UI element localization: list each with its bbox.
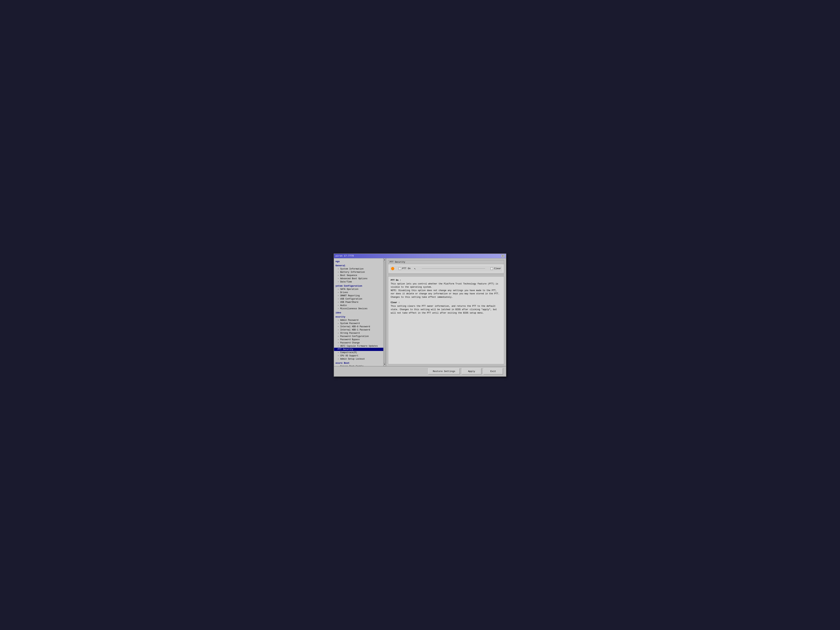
ptt-security-panel: PTT Security PTT On ↖ Clear (388, 260, 504, 273)
bios-body: ngs General – System Information – Batte… (334, 258, 506, 366)
sidebar-item-boot-sequence[interactable]: – Boot Sequence (334, 274, 383, 277)
title-bar: piron 17-7779 X (334, 254, 506, 258)
ptt-on-checkbox-item[interactable]: PTT On (399, 267, 411, 270)
sidebar-item-advanced-boot-options[interactable]: – Advanced Boot Options (334, 277, 383, 280)
sidebar-item-date-time[interactable]: – Date/Time (334, 280, 383, 284)
sidebar-item-miscellaneous-devices[interactable]: – Miscellaneous Devices (334, 307, 383, 310)
category-secure-boot: ecure Boot (334, 362, 383, 365)
ptt-options-row: PTT On ↖ Clear (390, 265, 502, 272)
close-button[interactable]: X (501, 254, 505, 257)
sidebar-item-battery-information[interactable]: – Battery Information (334, 271, 383, 274)
sidebar-item-password-configuration[interactable]: – Password Configuration (334, 335, 383, 338)
sidebar-item-system-password[interactable]: – System Password (334, 322, 383, 325)
sidebar-item-usb-configuration[interactable]: – USB Configuration (334, 297, 383, 301)
category-video: ideo (334, 311, 383, 314)
clear-label: Clear (494, 267, 501, 270)
sidebar-item-smart-reporting[interactable]: – SMART Reporting (334, 294, 383, 297)
sidebar-item-uefi-capsule[interactable]: – UEFI Capsule Firmware Updates (334, 344, 383, 348)
orange-indicator (391, 267, 394, 270)
divider (388, 275, 504, 275)
sidebar-item-drives[interactable]: – Drives (334, 291, 383, 294)
window-title: piron 17-7779 (335, 254, 354, 257)
sidebar-item-secure-boot-enable[interactable]: – Secure Boot Enable (334, 365, 383, 366)
ptt-on-heading: PTT On : (391, 279, 501, 282)
sidebar-item-internal-hdd-1-password[interactable]: – Internal HDD-1 Password (334, 328, 383, 332)
sidebar-item-ptt-security[interactable]: PTT Security (334, 348, 383, 351)
sidebar-item-audio[interactable]: – Audio (334, 304, 383, 307)
sidebar-item-internal-hdd-0-password[interactable]: – Internal HDD-0 Password (334, 325, 383, 328)
scroll-down-button[interactable]: ▼ (384, 363, 386, 366)
scroll-up-button[interactable]: ▲ (384, 258, 386, 262)
ptt-on-checkbox[interactable] (399, 267, 401, 270)
sidebar-item-password-change[interactable]: – Password Change (334, 341, 383, 344)
bios-window: piron 17-7779 X ngs General – System Inf… (334, 254, 506, 377)
category-security: ecurity (334, 315, 383, 319)
sidebar-list: ngs General – System Information – Batte… (334, 258, 383, 366)
cursor-icon: ↖ (414, 267, 417, 270)
panel-body: PTT On ↖ Clear (388, 264, 504, 273)
panel-title: PTT Security (388, 261, 504, 264)
category-system-configuration: ystem Configuration (334, 284, 383, 288)
main-content: PTT Security PTT On ↖ Clear (386, 258, 506, 366)
sidebar: ngs General – System Information – Batte… (334, 258, 386, 366)
ptt-on-description: This option lets you control whether the… (391, 282, 501, 299)
bottom-bar: Restore Settings Apply Exit (334, 366, 506, 376)
sidebar-item-sata-operation[interactable]: – SATA Operation (334, 288, 383, 291)
restore-settings-button[interactable]: Restore Settings (428, 368, 460, 374)
sidebar-inner: ngs General – System Information – Batte… (334, 258, 386, 366)
category-general: General (334, 264, 383, 267)
sidebar-item-usb-powershare[interactable]: – USB PowerShare (334, 301, 383, 304)
sidebar-scrollbar: ▲ ▼ (383, 258, 386, 366)
sidebar-item-admin-setup-lockout[interactable]: – Admin Setup Lockout (334, 357, 383, 361)
sidebar-item-cpu-xd-support[interactable]: – CPU XD Support (334, 354, 383, 357)
sidebar-item-strong-password[interactable]: – Strong Password (334, 332, 383, 335)
clear-heading: Clear : (391, 301, 501, 304)
category-ngs: ngs (334, 260, 383, 263)
clear-checkbox[interactable] (491, 267, 493, 270)
sidebar-item-computrace[interactable]: – Computrace(R) (334, 351, 383, 354)
clear-checkbox-item[interactable]: Clear (491, 267, 501, 270)
clear-description: This setting clears the PTT owner inform… (391, 305, 501, 315)
sidebar-item-password-bypass[interactable]: – Password Bypass (334, 338, 383, 341)
description-box: PTT On : This option lets you control wh… (388, 276, 504, 364)
ptt-on-label: PTT On (402, 267, 411, 270)
sidebar-item-admin-password[interactable]: – Admin Password (334, 319, 383, 322)
exit-button[interactable]: Exit (483, 368, 503, 374)
sidebar-item-system-information[interactable]: – System Information (334, 267, 383, 271)
apply-button[interactable]: Apply (462, 368, 482, 374)
